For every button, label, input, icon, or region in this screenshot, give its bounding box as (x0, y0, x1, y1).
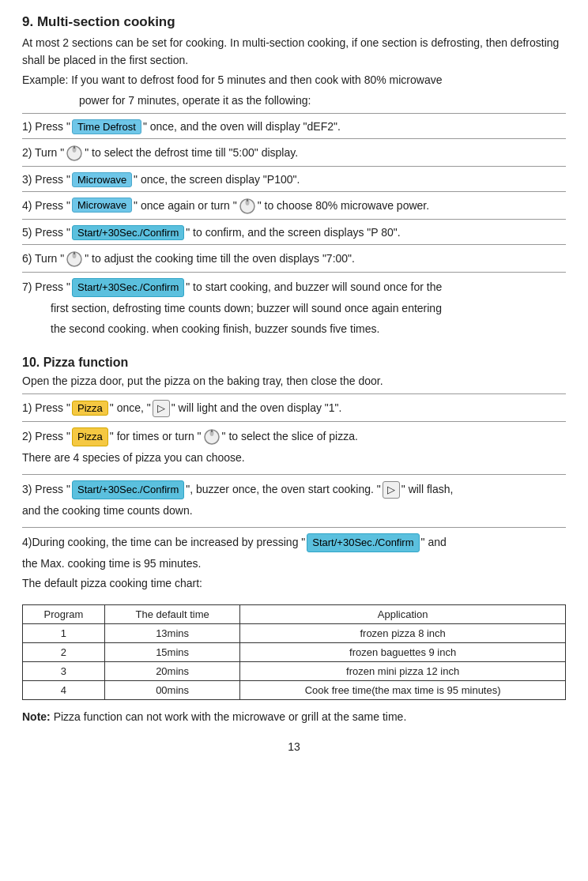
table-cell: 1 (23, 624, 105, 643)
step4-prefix: 4) Press " (22, 198, 70, 211)
section-10: 10. Pizza function Open the pizza door, … (22, 356, 566, 390)
step-4: 4) Press "Microwave" once again or turn … (22, 191, 566, 219)
table-cell: 15mins (104, 643, 239, 662)
pstep1-mid: " once, " (110, 401, 151, 414)
pstep3-prefix: 3) Press " (22, 483, 70, 495)
table-cell: Cook free time(the max time is 95 minute… (240, 681, 566, 700)
step6-suffix: " to adjust the cooking time till the ov… (85, 251, 355, 264)
pizza-btn-2: Pizza (72, 427, 108, 446)
pstep4-prefix: 4)During cooking, the time can be increa… (22, 536, 305, 548)
note-prefix: Note: (22, 710, 54, 723)
note-text: Pizza function can not work with the mic… (54, 710, 407, 723)
table-row: 1 13mins frozen pizza 8 inch (23, 624, 566, 643)
table-header-program: Program (23, 605, 105, 624)
step-1: 1) Press "Time Defrost" once, and the ov… (22, 113, 566, 138)
start-confirm-btn-p4: Start/+30Sec./Confirm (307, 533, 419, 552)
pizza-step-2: 2) Press "Pizza" for times or turn " " t… (22, 421, 566, 474)
pstep3-mid: ", buzzer once, the oven start cooking. … (186, 483, 381, 495)
pstep4-suffix: " and (421, 536, 447, 548)
step5-prefix: 5) Press " (22, 226, 70, 239)
pizza-btn-1: Pizza (72, 401, 108, 416)
start-confirm-btn-p3: Start/+30Sec./Confirm (72, 480, 184, 499)
pstep3-line2: and the cooking time counts down. (22, 503, 566, 520)
step5-suffix: " to confirm, and the screen displays "P… (186, 226, 400, 239)
table-cell: 2 (23, 643, 105, 662)
table-cell: frozen baguettes 9 inch (240, 643, 566, 662)
example-prefix: Example: If you want to defrost food for… (22, 73, 443, 86)
table-cell: frozen mini pizza 12 inch (240, 662, 566, 681)
section10-title: 10. Pizza function (22, 356, 566, 370)
pstep1-prefix: 1) Press " (22, 401, 70, 414)
step7-line1: 7) Press "Start/+30Sec./Confirm" to star… (22, 278, 566, 297)
pstep4-line2: the Max. cooking time is 95 minutes. (22, 555, 566, 573)
pstep2-suffix: " to select the slice of pizza. (222, 430, 358, 442)
table-cell: 3 (23, 662, 105, 681)
pstep3-suffix: " will flash, (401, 483, 454, 495)
table-cell: frozen pizza 8 inch (240, 624, 566, 643)
step-6: 6) Turn " " to adjust the cooking time t… (22, 244, 566, 272)
step2-suffix: " to select the defrost time till "5:00"… (85, 145, 298, 158)
play-icon-p3: ▷ (383, 481, 400, 499)
step-7: 7) Press "Start/+30Sec./Confirm" to star… (22, 272, 566, 345)
knob-icon-4 (239, 198, 256, 215)
section9-example-indent: power for 7 minutes, operate it as the f… (79, 92, 566, 110)
section9-intro1: At most 2 sections can be set for cookin… (22, 35, 566, 69)
step7-line2: first section, defrosting time counts do… (51, 300, 566, 318)
step-3: 3) Press "Microwave" once, the screen di… (22, 166, 566, 191)
table-cell: 20mins (104, 662, 239, 681)
pstep4-line1: 4)During cooking, the time can be increa… (22, 533, 566, 552)
table-row: 3 20mins frozen mini pizza 12 inch (23, 662, 566, 681)
table-cell: 13mins (104, 624, 239, 643)
step6-text: 6) Turn " (22, 251, 64, 264)
step-5: 5) Press "Start/+30Sec./Confirm" to conf… (22, 219, 566, 244)
step7-line3: the second cooking. when cooking finish,… (51, 321, 566, 338)
pizza-step-4: 4)During cooking, the time can be increa… (22, 527, 566, 601)
knob-icon (66, 145, 83, 162)
microwave-btn-4: Microwave (72, 198, 132, 213)
table-header-application: Application (240, 605, 566, 624)
table-cell: 4 (23, 681, 105, 700)
play-icon: ▷ (153, 400, 170, 417)
section9-example: Example: If you want to defrost food for… (22, 72, 566, 89)
pizza-step-1: 1) Press "Pizza" once, "▷" will light an… (22, 393, 566, 421)
start-confirm-btn-5: Start/+30Sec./Confirm (72, 225, 184, 240)
table-row: 2 15mins frozen baguettes 9 inch (23, 643, 566, 662)
section-9: 9. Multi-section cooking At most 2 secti… (22, 14, 566, 110)
step-2: 2) Turn " " to select the defrost time t… (22, 138, 566, 166)
pstep2-mid: " for times or turn " (110, 430, 202, 442)
table-intro: The default pizza cooking time chart: (22, 575, 566, 593)
pstep3-line1: 3) Press "Start/+30Sec./Confirm", buzzer… (22, 480, 566, 499)
pstep2-note: There are 4 species of pizza you can cho… (22, 450, 566, 467)
knob-icon-6 (66, 250, 83, 268)
section9-title: 9. Multi-section cooking (22, 14, 566, 30)
step7-prefix: 7) Press " (22, 280, 70, 293)
note: Note: Pizza function can not work with t… (22, 708, 566, 725)
section10-intro: Open the pizza door, put the pizza on th… (22, 373, 566, 390)
step4-mid: " once again or turn " (134, 198, 237, 211)
knob-icon-p2 (203, 428, 220, 446)
start-confirm-btn-7: Start/+30Sec./Confirm (72, 278, 184, 297)
step4-suffix: " to choose 80% microwave power. (258, 198, 429, 211)
pstep2-line1: 2) Press "Pizza" for times or turn " " t… (22, 427, 566, 446)
step2-text: 2) Turn " (22, 145, 64, 158)
step7-suffix: " to start cooking, and buzzer will soun… (186, 280, 442, 293)
time-defrost-btn: Time Defrost (72, 119, 141, 134)
step1-suffix: " once, and the oven will display "dEF2"… (143, 120, 341, 133)
pizza-time-table: Program The default time Application 1 1… (22, 604, 566, 700)
table-row: 4 00mins Cook free time(the max time is … (23, 681, 566, 700)
table-header-time: The default time (104, 605, 239, 624)
step1-prefix: 1) Press " (22, 120, 70, 133)
pstep2-prefix: 2) Press " (22, 430, 70, 442)
step3-suffix: " once, the screen display "P100". (134, 173, 300, 186)
step3-prefix: 3) Press " (22, 173, 70, 186)
page-number: 13 (22, 740, 566, 753)
pizza-step-3: 3) Press "Start/+30Sec./Confirm", buzzer… (22, 474, 566, 527)
microwave-btn-3: Microwave (72, 172, 132, 187)
pstep1-suffix: " will light and the oven display "1". (172, 401, 342, 414)
table-cell: 00mins (104, 681, 239, 700)
